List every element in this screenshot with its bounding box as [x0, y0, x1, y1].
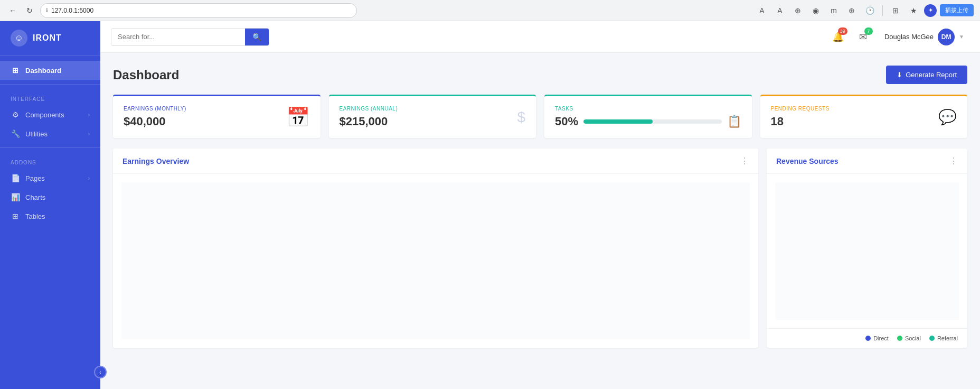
revenue-chart-placeholder: [775, 182, 959, 320]
secure-icon: ℹ: [46, 7, 48, 13]
browser-action-7[interactable]: 🕐: [862, 3, 877, 18]
legend-label-referral: Referral: [937, 335, 958, 341]
stat-card-value: $215,000: [340, 115, 398, 128]
legend-dot-direct: [865, 336, 871, 341]
chart-body: [767, 174, 967, 328]
earnings-overview-card: Earnings Overview ⋮: [113, 149, 758, 348]
refresh-button[interactable]: ↻: [23, 4, 36, 17]
avatar: DM: [938, 29, 955, 45]
pages-icon: 📄: [11, 174, 20, 182]
sidebar-item-pages[interactable]: 📄 Pages ›: [0, 169, 100, 188]
stat-card-value: 18: [771, 115, 830, 128]
sidebar-divider-1: [0, 84, 100, 85]
messages-button[interactable]: ✉ 7: [854, 27, 873, 47]
revenue-sources-card: Revenue Sources ⋮ Direct Social: [767, 149, 967, 348]
logo-text: IRONT: [33, 33, 62, 43]
sidebar-item-dashboard[interactable]: ⊞ Dashboard: [0, 61, 100, 80]
browser-action-3[interactable]: ⊕: [790, 3, 805, 18]
notification-badge: 39: [838, 27, 847, 35]
sidebar-item-label: Dashboard: [25, 67, 90, 75]
sidebar-section-addons: ADDONS: [0, 152, 100, 169]
tables-icon: ⊞: [11, 212, 20, 220]
clipboard-icon: 📋: [727, 115, 741, 128]
browser-action-2[interactable]: A: [772, 3, 787, 18]
stat-card-earnings-annual: EARNINGS (ANNUAL) $215,000 $: [329, 95, 536, 138]
sidebar-item-label: Charts: [25, 193, 90, 201]
stat-card-content: TASKS 50% 📋: [555, 106, 741, 128]
chevron-right-icon: ›: [88, 112, 90, 118]
legend-label-social: Social: [905, 335, 921, 341]
generate-report-label: Generate Report: [906, 71, 957, 79]
chevron-right-icon: ›: [88, 175, 90, 181]
chart-card-header: Revenue Sources ⋮: [767, 149, 967, 174]
chat-icon: 💬: [938, 108, 957, 126]
chart-menu-button[interactable]: ⋮: [949, 156, 958, 166]
stat-card-content: EARNINGS (MONTHLY) $40,000: [124, 106, 186, 128]
legend-dot-social: [897, 336, 902, 341]
task-progress-row: 50% 📋: [555, 115, 741, 128]
page-title: Dashboard: [113, 68, 179, 82]
stat-card-earnings-monthly: EARNINGS (MONTHLY) $40,000 📅: [113, 95, 321, 138]
stat-card-pending-requests: PENDING REQUESTS 18 💬: [760, 95, 968, 138]
browser-action-1[interactable]: A: [755, 3, 769, 18]
browser-action-8[interactable]: ⊞: [888, 3, 903, 18]
legend-item-direct: Direct: [865, 335, 889, 341]
browser-bar: ← ↻ ℹ 127.0.0.1:5000 A A ⊕ ◉ m ⊕ 🕐 ⊞ ★ ✦…: [0, 0, 980, 21]
stat-card-label: EARNINGS (MONTHLY): [124, 106, 186, 112]
generate-report-button[interactable]: ⬇ Generate Report: [886, 66, 967, 84]
sidebar-section-interface: INTERFACE: [0, 89, 100, 105]
wrench-icon: 🔧: [11, 129, 20, 138]
divider: [882, 5, 883, 16]
search-icon: 🔍: [252, 33, 261, 41]
sidebar-item-label: Tables: [25, 212, 90, 220]
task-progress: 50% 📋: [555, 115, 741, 128]
chevron-right-icon: ›: [88, 131, 90, 137]
url-bar: ℹ 127.0.0.1:5000: [40, 3, 357, 18]
logo-icon: ☺: [11, 30, 27, 47]
sidebar-item-components[interactable]: ⚙ Components ›: [0, 105, 100, 124]
topbar: 🔍 🔔 39 ✉ 7 Douglas McGee DM ▼: [100, 21, 980, 53]
calendar-icon: 📅: [286, 106, 310, 128]
stat-card-value: 50%: [555, 115, 578, 128]
stat-card-tasks: TASKS 50% 📋: [544, 95, 752, 138]
upload-button[interactable]: 插拔上传: [940, 4, 974, 16]
chart-menu-button[interactable]: ⋮: [740, 156, 749, 166]
chart-title: Revenue Sources: [776, 157, 838, 165]
sidebar-item-label: Components: [25, 111, 83, 119]
revenue-legend: Direct Social Referral: [767, 328, 967, 348]
download-icon: ⬇: [897, 71, 902, 79]
chart-card-header: Earnings Overview ⋮: [113, 149, 758, 174]
app-container: ☺ IRONT ⊞ Dashboard INTERFACE ⚙ Componen…: [0, 21, 980, 389]
page-content: Dashboard ⬇ Generate Report EARNINGS (MO…: [100, 53, 980, 389]
notifications-button[interactable]: 🔔 39: [828, 27, 847, 47]
earnings-chart-placeholder: [121, 182, 750, 339]
browser-extension-btn[interactable]: ✦: [924, 4, 937, 17]
sidebar-item-label: Pages: [25, 174, 83, 182]
sidebar-item-utilities[interactable]: 🔧 Utilities ›: [0, 124, 100, 143]
browser-action-5[interactable]: m: [826, 3, 841, 18]
legend-item-referral: Referral: [929, 335, 958, 341]
chart-body: [113, 174, 758, 348]
sidebar: ☺ IRONT ⊞ Dashboard INTERFACE ⚙ Componen…: [0, 21, 100, 389]
stat-card-value: $40,000: [124, 115, 186, 128]
browser-toolbar: A A ⊕ ◉ m ⊕ 🕐 ⊞ ★ ✦ 插拔上传: [755, 3, 974, 18]
user-menu[interactable]: Douglas McGee DM ▼: [879, 25, 969, 49]
sidebar-divider-2: [0, 147, 100, 148]
url-text: 127.0.0.1:5000: [51, 7, 93, 14]
back-button[interactable]: ←: [6, 4, 19, 17]
legend-label-direct: Direct: [873, 335, 889, 341]
sidebar-collapse-button[interactable]: ‹: [94, 366, 107, 378]
stat-card-label: TASKS: [555, 106, 741, 112]
stat-card-label: EARNINGS (ANNUAL): [340, 106, 398, 112]
charts-icon: 📊: [11, 193, 20, 201]
stat-cards: EARNINGS (MONTHLY) $40,000 📅 EARNINGS (A…: [113, 95, 967, 138]
sidebar-item-label: Utilities: [25, 130, 83, 138]
sidebar-item-charts[interactable]: 📊 Charts: [0, 188, 100, 207]
sidebar-nav: ⊞ Dashboard INTERFACE ⚙ Components › 🔧 U…: [0, 55, 100, 389]
browser-action-9[interactable]: ★: [906, 3, 921, 18]
sidebar-item-tables[interactable]: ⊞ Tables: [0, 207, 100, 226]
browser-action-4[interactable]: ◉: [808, 3, 823, 18]
search-input[interactable]: [111, 29, 245, 45]
search-button[interactable]: 🔍: [245, 29, 269, 45]
browser-action-6[interactable]: ⊕: [844, 3, 859, 18]
